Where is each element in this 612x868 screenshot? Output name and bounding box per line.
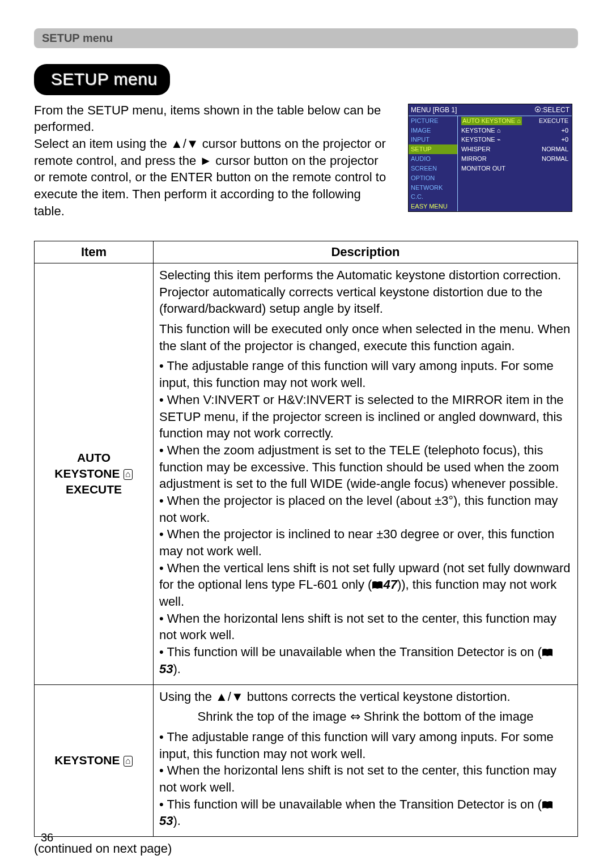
osd-main-row: MONITOR OUT [458,164,572,173]
book-icon [372,577,383,586]
osd-menu-head-left: MENU [RGB 1] [411,105,457,114]
col-header-description: Description [154,241,578,263]
desc-paragraph: This function will be executed only once… [159,321,572,354]
osd-sidebar-item: PICTURE [409,116,457,126]
table-row: KEYSTONE ⌂ Using the ▲/▼ buttons correct… [35,684,578,837]
item-cell-auto-keystone-execute: AUTO KEYSTONE ⌂ EXECUTE [35,263,154,685]
osd-sidebar-item: INPUT [409,135,457,144]
desc-bullet: • The adjustable range of this function … [159,358,572,677]
osd-sidebar-item-easy: EASY MENU [409,202,457,211]
desc-cell: Selecting this item performs the Automat… [154,263,578,685]
intro-line-2: Select an item using the ▲/▼ cursor butt… [34,135,388,219]
osd-menu-head-right: ⦿:SELECT [534,105,570,114]
continued-line: (continued on next page) [34,840,578,857]
table-row: AUTO KEYSTONE ⌂ EXECUTE Selecting this i… [35,263,578,685]
intro-text: From the SETUP menu, items shown in the … [34,102,388,220]
desc-paragraph: Using the ▲/▼ buttons corrects the verti… [159,688,572,705]
osd-sidebar-item: C.C. [409,192,457,202]
osd-sidebar-item: OPTION [409,173,457,183]
intro-line-1: From the SETUP menu, items shown in the … [34,102,388,135]
osd-sidebar-item: SCREEN [409,164,457,173]
desc-cell: Using the ▲/▼ buttons corrects the verti… [154,684,578,837]
setup-table: Item Description AUTO KEYSTONE ⌂ EXECUTE… [34,241,578,837]
trapezoid-v-icon: ⌂ [124,756,132,767]
osd-main-row: MIRRORNORMAL [458,154,572,164]
col-header-item: Item [35,241,154,263]
desc-bullet: • The adjustable range of this function … [159,729,572,829]
item-cell-keystone-v: KEYSTONE ⌂ [35,684,154,837]
trapezoid-v-icon: ⌂ [124,469,132,480]
section-header-label: SETUP menu [42,32,113,44]
osd-sidebar-item: AUDIO [409,154,457,164]
osd-main-row: KEYSTONE ⌁+0 [458,135,572,144]
page-title-pill: SETUP menu [34,64,170,95]
osd-sidebar-item: NETWORK [409,183,457,193]
page-title: SETUP menu [51,70,158,88]
section-header-bar: SETUP menu [34,28,578,48]
osd-main: AUTO KEYSTONE ⌂EXECUTE KEYSTONE ⌂+0 KEYS… [457,116,572,211]
osd-sidebar-item: IMAGE [409,126,457,135]
osd-sidebar-item-selected: SETUP [409,144,457,154]
osd-sidebar: PICTURE IMAGE INPUT SETUP AUDIO SCREEN O… [409,116,457,211]
book-icon [542,797,553,806]
osd-main-row: KEYSTONE ⌂+0 [458,126,572,135]
osd-menu-screenshot: MENU [RGB 1] ⦿:SELECT PICTURE IMAGE INPU… [408,104,572,212]
page-number: 36 [41,830,53,845]
osd-main-row-selected: AUTO KEYSTONE ⌂EXECUTE [458,116,572,126]
desc-paragraph: Selecting this item performs the Automat… [159,267,572,317]
desc-center-line: Shrink the top of the image ⇔ Shrink the… [159,708,572,725]
book-icon [542,645,553,654]
osd-main-row: WHISPERNORMAL [458,144,572,154]
